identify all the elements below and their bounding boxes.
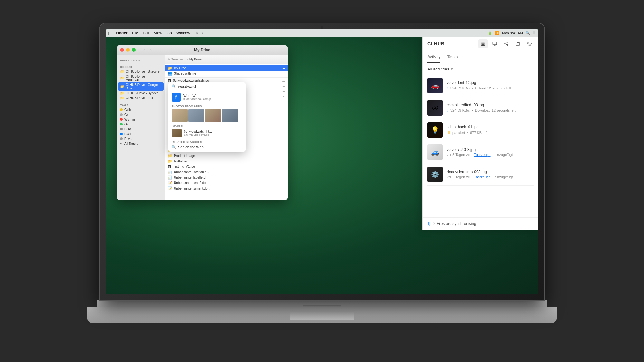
- sidebar-box[interactable]: 📁 CI HUB Drive - box: [117, 96, 165, 100]
- menu-clock: Mon 9:41 AM: [502, 31, 523, 35]
- photo-thumb-1[interactable]: [172, 109, 188, 122]
- sidebar-bynder[interactable]: 📁 CI HUB Drive - Bynder: [117, 91, 165, 96]
- image-result-1[interactable]: 03_woodwatch-ht... 0.6 MB Jpeg Image: [168, 128, 246, 138]
- cihub-folder-btn[interactable]: [513, 39, 522, 48]
- activity-time-3: 677 KB left: [470, 131, 488, 135]
- facebook-result-sub: m.de.facebook.com/p...: [183, 97, 242, 101]
- activity-item-5: ⚙️ rims-volvo-cars-002.jpg vor 5 Tagen z…: [427, 163, 534, 186]
- back-button[interactable]: ‹: [141, 47, 147, 52]
- fullscreen-button[interactable]: [132, 48, 136, 52]
- file-item-15[interactable]: 📁 Product Images: [165, 153, 288, 159]
- activity-thumb-5: ⚙️: [427, 167, 443, 182]
- menu-go[interactable]: Go: [167, 31, 172, 35]
- sidebar-mediavalet[interactable]: 📁 CI HUB Drive - MediaValet: [117, 74, 165, 82]
- menu-bar:  Finder File Edit View Go Window Help 🔋…: [106, 29, 538, 37]
- svg-line-6: [506, 44, 507, 45]
- bottom-chassis: [97, 300, 547, 307]
- menu-finder[interactable]: Finder: [116, 31, 128, 35]
- sidebar-googledrive[interactable]: 📁 CI HUB Drive - Google Drive: [118, 82, 164, 91]
- tag-privat[interactable]: Privat: [117, 136, 165, 141]
- menu-help[interactable]: Help: [194, 31, 203, 35]
- images-section-label: Images: [168, 124, 246, 128]
- tag-grau[interactable]: Grau: [117, 112, 165, 117]
- trackpad[interactable]: [290, 311, 354, 320]
- activity-time-4: vor 5 Tagen zu: [447, 153, 470, 157]
- activity-thumb-4: 🚙: [427, 144, 443, 160]
- cihub-footer: ⇅ 2 Files are synchronising: [423, 217, 538, 230]
- menu-edit[interactable]: Edit: [143, 31, 149, 35]
- menu-view[interactable]: View: [154, 31, 162, 35]
- tag-blau[interactable]: Blau: [117, 132, 165, 136]
- search-web-label: Search the Web: [178, 145, 204, 149]
- keyboard-base: [87, 307, 557, 323]
- camera: [321, 26, 323, 29]
- related-label: Related Searches: [168, 140, 246, 144]
- search-icon: 🔍: [172, 84, 176, 88]
- image-thumb: [172, 129, 182, 137]
- filter-row: All activities ▾: [423, 63, 538, 75]
- photos-section-label: Photos From Apps: [168, 103, 246, 109]
- photo-thumb-4[interactable]: [222, 109, 238, 122]
- cihub-panel: CI HUB: [422, 37, 538, 230]
- favourites-label: Favourites: [117, 58, 165, 63]
- file-item-shared[interactable]: 👥 Shared with me: [165, 71, 288, 76]
- file-item-16[interactable]: 📁 testfolder: [165, 159, 288, 164]
- tab-activity[interactable]: Activity: [427, 51, 440, 63]
- search-result-facebook[interactable]: f WoodWatch m.de.facebook.com/p...: [168, 91, 246, 103]
- activity-list: 🚗 volvo_font-12.jpg ↑ 324.89 KB/s • Uplo…: [423, 75, 538, 217]
- tag-wichtig[interactable]: Wichtig: [117, 117, 165, 122]
- activity-category-4[interactable]: Fahrzeuge: [474, 153, 491, 157]
- cihub-tabs: Activity Tasks: [423, 51, 538, 63]
- activity-action-4: hinzugefügt: [495, 153, 513, 157]
- close-button[interactable]: [120, 48, 124, 52]
- activity-item-1: 🚗 volvo_font-12.jpg ↑ 324.89 KB/s • Uplo…: [427, 75, 534, 97]
- forward-button[interactable]: ›: [148, 47, 154, 52]
- activity-filename-1: volvo_font-12.jpg: [447, 80, 534, 85]
- search-web-item[interactable]: 🔍 Search the Web: [168, 144, 246, 150]
- activity-thumb-2: 🏎: [427, 100, 443, 116]
- image-filename: 03_woodwatch-ht...: [184, 130, 212, 133]
- cihub-monitor-btn[interactable]: [490, 39, 499, 48]
- sidebar-sitecore[interactable]: 📁 CI HUB Drive - Sitecore: [117, 69, 165, 74]
- activity-category-5[interactable]: Fahrzeuge: [474, 175, 491, 179]
- search-input-row: 🔍 woodwatch: [168, 82, 246, 91]
- cihub-share-btn[interactable]: [502, 39, 511, 48]
- tag-gruen[interactable]: Grün: [117, 122, 165, 127]
- menu-file[interactable]: File: [132, 31, 138, 35]
- search-query[interactable]: woodwatch: [178, 84, 242, 89]
- screen:  Finder File Edit View Go Window Help 🔋…: [106, 29, 538, 294]
- tag-gelb[interactable]: Gelb: [117, 107, 165, 112]
- tag-buero[interactable]: Büro: [117, 127, 165, 132]
- filter-label[interactable]: All activities: [427, 67, 449, 71]
- activity-pause-3: pausiert: [452, 131, 465, 135]
- cihub-home-btn[interactable]: [478, 39, 488, 48]
- activity-speed-2: 324.89 KB/s: [450, 108, 470, 112]
- filter-chevron-icon[interactable]: ▾: [451, 67, 453, 71]
- menu-window[interactable]: Window: [176, 31, 190, 35]
- photo-thumb-2[interactable]: [188, 109, 204, 122]
- cihub-logo: CI HUB: [427, 41, 445, 46]
- file-item-21[interactable]: 📝 Unbenannte...ument.do...: [165, 186, 288, 191]
- finder-sidebar: Favourites iCloud 📁 CI HUB Drive - Sitec…: [117, 55, 165, 200]
- minimize-button[interactable]: [126, 48, 130, 52]
- search-overlay: 🔍 woodwatch f WoodWatch m.de.facebook.co…: [168, 82, 246, 152]
- sync-icon: ⇅: [427, 221, 431, 226]
- tab-tasks[interactable]: Tasks: [447, 51, 458, 63]
- file-item-17[interactable]: 🖼 Testimg_V1.jpg: [165, 164, 288, 169]
- photo-thumb-3[interactable]: [205, 109, 221, 122]
- file-item-19[interactable]: 📊 Unbenannte Tabelle.xl...: [165, 175, 288, 180]
- cihub-settings-btn[interactable]: [525, 39, 534, 48]
- activity-time-2: Download 12 seconds left: [475, 108, 516, 112]
- svg-point-5: [507, 44, 508, 46]
- file-item-mydrive[interactable]: 📁 My Drive ☁: [165, 65, 288, 71]
- tags-label: Tags: [117, 102, 165, 107]
- search-menubar-icon[interactable]: 🔍: [526, 31, 530, 35]
- activity-speed-1: 324.89 KB/s: [450, 86, 470, 90]
- svg-rect-0: [493, 42, 497, 45]
- image-meta: 0.6 MB Jpeg Image: [184, 133, 212, 136]
- list-icon[interactable]: ☰: [533, 31, 536, 35]
- file-item-20[interactable]: 📝 Unbenannte...ent 2.do...: [165, 180, 288, 186]
- tag-all[interactable]: ⊕All Tags...: [117, 141, 165, 146]
- file-item-18[interactable]: 📊 Unbenannte...ntation.p...: [165, 169, 288, 175]
- apple-menu[interactable]: : [108, 31, 110, 36]
